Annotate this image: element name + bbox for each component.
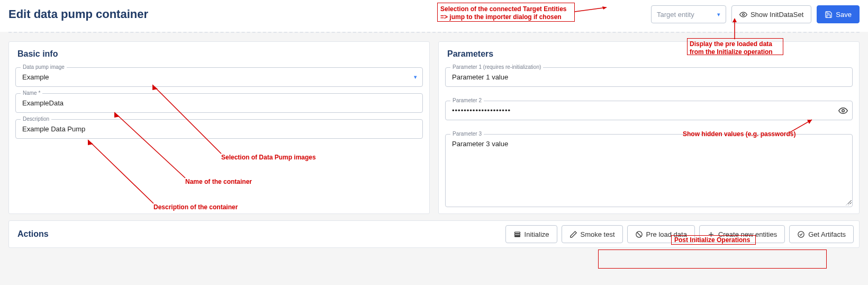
annotation-img-select: Selection of Data Pump images [221,154,316,162]
svg-point-9 [798,231,804,237]
annotation-post-init: Post Initialize Operations [674,236,750,244]
svg-rect-3 [514,234,520,235]
parameters-title: Parameters [439,42,859,64]
field-label: Parameter 2 [450,97,484,103]
field-label: Parameter 1 (requires re-initialization) [450,64,543,70]
chevron-down-icon: ▾ [414,74,417,81]
get-artifacts-button[interactable]: Get Artifacts [789,225,854,243]
data-pump-image-select[interactable]: Data pump image Example ▾ [15,67,423,87]
field-label: Name * [21,90,42,96]
parameter-2-field[interactable]: Parameter 2 [445,101,853,120]
header: Edit data pump container Target entity ▾… [0,0,868,32]
field-label: Description [21,116,51,122]
field-value: Example [16,68,414,86]
svg-point-0 [743,13,745,15]
annotation-show-init: Display the pre loaded data from the Ini… [690,40,783,56]
svg-rect-2 [514,232,520,234]
name-field[interactable]: Name * [15,93,423,113]
basic-info-panel: Basic info Data pump image Example ▾ Nam… [8,41,430,214]
smoke-test-button[interactable]: Smoke test [562,225,623,243]
description-input[interactable] [16,120,422,138]
name-input[interactable] [16,94,422,112]
parameter-1-input[interactable] [446,68,852,86]
save-button[interactable]: Save [817,5,860,23]
field-label: Data pump image [21,64,67,70]
stack-icon [513,230,521,238]
main-content: Basic info Data pump image Example ▾ Nam… [0,33,868,217]
parameter-3-input[interactable]: Parameter 3 value [446,135,852,204]
annotation-desc: Description of the container [153,203,238,211]
parameter-2-input[interactable] [446,101,852,120]
chevron-down-icon: ▾ [717,11,720,18]
actions-title: Actions [17,229,49,239]
target-entity-select[interactable]: Target entity ▾ [651,5,726,23]
field-label: Parameter 3 [450,131,484,137]
page-title: Edit data pump container [8,7,148,21]
annotation-box [598,250,827,269]
show-initdataset-button[interactable]: Show InitDataSet [731,5,811,23]
check-circle-icon [797,230,805,238]
svg-rect-4 [514,236,520,236]
eye-icon [739,11,747,19]
save-icon [825,11,833,19]
svg-point-1 [842,109,845,112]
basic-info-title: Basic info [9,42,429,64]
show-password-icon[interactable] [838,106,848,115]
header-actions: Target entity ▾ Show InitDataSet Save [651,5,860,23]
forbid-icon [635,230,643,238]
parameters-panel: Parameters Parameter 1 (requires re-init… [438,41,860,214]
svg-line-6 [637,232,641,236]
annotation-target-entities: Selection of the connected Target Entiti… [440,5,573,21]
parameter-3-field[interactable]: Parameter 3 Parameter 3 value [445,134,853,207]
annotation-show-hidden: Show hidden values (e.g. passwords) [683,130,795,138]
annotation-name: Name of the container [185,178,252,186]
description-field[interactable]: Description [15,119,423,139]
pencil-icon [569,230,577,238]
parameter-1-field[interactable]: Parameter 1 (requires re-initialization) [445,67,853,87]
target-entity-placeholder: Target entity [657,11,694,19]
initialize-button[interactable]: Initialize [505,225,557,243]
